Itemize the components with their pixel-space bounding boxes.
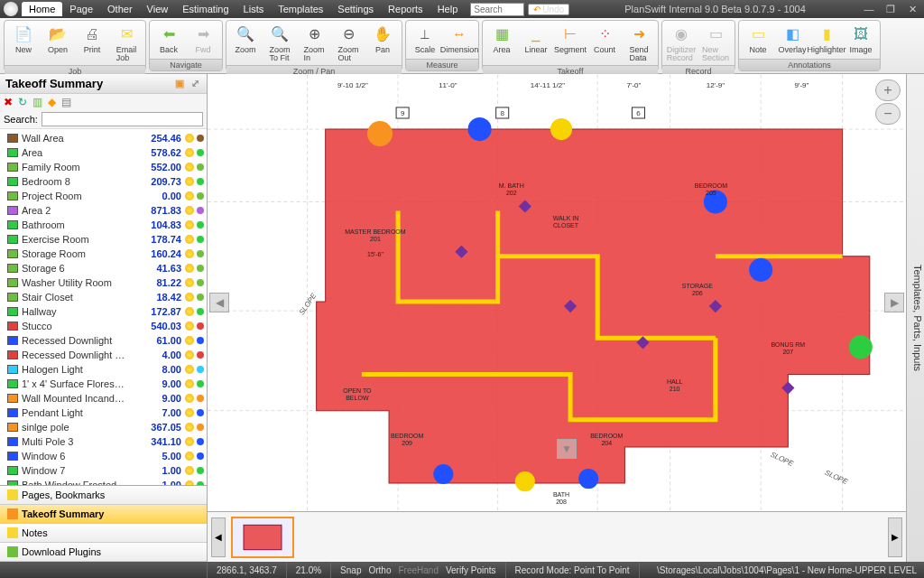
tab-notes[interactable]: Notes <box>0 524 207 543</box>
menu-settings[interactable]: Settings <box>330 2 381 16</box>
visibility-bulb-icon[interactable] <box>185 452 194 461</box>
visibility-bulb-icon[interactable] <box>185 379 194 388</box>
tab-takeoff[interactable]: Takeoff Summary <box>0 505 207 524</box>
open-button[interactable]: 📂Open <box>42 23 74 63</box>
tree-row[interactable]: 1' x 4' Surface Flores…9.00 <box>0 377 207 391</box>
undo-button[interactable]: Undo <box>528 4 569 15</box>
status-mode-verify points[interactable]: Verify Points <box>446 565 496 575</box>
panel-button[interactable]: ▣ <box>173 78 186 89</box>
visibility-bulb-icon[interactable] <box>185 437 194 446</box>
tree-row[interactable]: Multi Pole 3341.10 <box>0 434 207 449</box>
color-dot-icon[interactable] <box>197 178 204 185</box>
takeoff-tree[interactable]: Wall Area254.46Area578.62Family Room552.… <box>0 129 207 485</box>
segment-button[interactable]: ⊢Segment <box>554 23 587 63</box>
tree-row[interactable]: Hallway172.87 <box>0 304 207 319</box>
tree-row[interactable]: Family Room552.00 <box>0 160 207 174</box>
zoom-in-button[interactable]: ⊕ZoomIn <box>298 23 330 63</box>
visibility-bulb-icon[interactable] <box>185 191 194 200</box>
menu-search-input[interactable] <box>470 3 524 16</box>
color-dot-icon[interactable] <box>197 149 204 156</box>
color-dot-icon[interactable] <box>197 192 204 200</box>
visibility-bulb-icon[interactable] <box>185 322 194 331</box>
window-restore-icon[interactable]: ❐ <box>882 4 899 15</box>
tree-row[interactable]: Exercise Room178.74 <box>0 232 207 247</box>
color-dot-icon[interactable] <box>197 452 204 460</box>
visibility-bulb-icon[interactable] <box>185 249 194 258</box>
visibility-bulb-icon[interactable] <box>185 307 194 316</box>
props-icon[interactable]: ▤ <box>61 96 71 108</box>
pan-button[interactable]: ✋Pan <box>366 23 399 63</box>
visibility-bulb-icon[interactable] <box>185 408 194 417</box>
visibility-bulb-icon[interactable] <box>185 148 194 157</box>
color-dot-icon[interactable] <box>197 467 204 474</box>
image-button[interactable]: 🖼Image <box>845 23 877 57</box>
color-dot-icon[interactable] <box>197 337 204 344</box>
status-mode-snap[interactable]: Snap <box>340 565 361 575</box>
page-thumbnail[interactable] <box>231 517 294 558</box>
item-icon[interactable]: ◆ <box>48 96 56 108</box>
zoom-to-fit-button[interactable]: 🔍ZoomTo Fit <box>263 23 296 63</box>
tree-row[interactable]: Recessed Downlight61.00 <box>0 333 207 348</box>
zoom-button[interactable]: 🔍Zoom <box>229 23 262 63</box>
tree-row[interactable]: Bedroom 8209.73 <box>0 174 207 189</box>
menu-templates[interactable]: Templates <box>271 2 330 16</box>
new-button[interactable]: 📄New <box>7 23 40 63</box>
tree-row[interactable]: Pendant Light7.00 <box>0 406 207 420</box>
folder-icon[interactable]: ▥ <box>32 96 42 108</box>
drawing-canvas[interactable]: MASTER BEDROOM20115'-6" M. BATH202 WALK … <box>208 74 906 511</box>
color-dot-icon[interactable] <box>197 424 204 431</box>
status-mode-freehand[interactable]: FreeHand <box>398 565 438 575</box>
tree-row[interactable]: Halogen Light8.00 <box>0 362 207 377</box>
overlay-button[interactable]: ◧Overlay <box>776 23 808 57</box>
color-dot-icon[interactable] <box>197 395 204 402</box>
visibility-bulb-icon[interactable] <box>185 264 194 273</box>
color-dot-icon[interactable] <box>197 294 204 301</box>
color-dot-icon[interactable] <box>197 135 204 142</box>
color-dot-icon[interactable] <box>197 366 204 373</box>
tree-row[interactable]: sinlge pole367.05 <box>0 420 207 434</box>
print-button[interactable]: 🖨Print <box>76 23 108 63</box>
panel-button[interactable]: ⤢ <box>189 78 201 89</box>
menu-page[interactable]: Page <box>62 2 100 16</box>
tree-row[interactable]: Area578.62 <box>0 145 207 160</box>
note-button[interactable]: ▭Note <box>742 23 774 57</box>
color-dot-icon[interactable] <box>197 322 204 330</box>
zoom-out-button[interactable]: ⊖ZoomOut <box>332 23 365 63</box>
visibility-bulb-icon[interactable] <box>185 336 194 345</box>
menu-estimating[interactable]: Estimating <box>175 2 236 16</box>
thumb-next-button[interactable]: ▶ <box>888 517 902 557</box>
color-dot-icon[interactable] <box>197 250 204 257</box>
panel-search-input[interactable] <box>42 112 203 126</box>
canvas-zoom-out-button[interactable]: − <box>875 103 901 125</box>
window-minimize-icon[interactable]: — <box>861 4 877 15</box>
visibility-bulb-icon[interactable] <box>185 235 194 244</box>
color-dot-icon[interactable] <box>197 409 204 416</box>
delete-icon[interactable]: ✖ <box>4 96 13 108</box>
color-dot-icon[interactable] <box>197 438 204 445</box>
tree-row[interactable]: Bath Window Frosted1.00 <box>0 478 207 485</box>
color-dot-icon[interactable] <box>197 163 204 171</box>
visibility-bulb-icon[interactable] <box>185 466 194 475</box>
menu-other[interactable]: Other <box>100 2 140 16</box>
canvas-zoom-in-button[interactable]: + <box>875 79 901 101</box>
scale-button[interactable]: ⟂Scale <box>409 23 441 57</box>
color-dot-icon[interactable] <box>197 207 204 214</box>
color-dot-icon[interactable] <box>197 236 204 243</box>
count-button[interactable]: ⁘Count <box>588 23 621 63</box>
color-dot-icon[interactable] <box>197 380 204 387</box>
tree-row[interactable]: Stair Closet18.42 <box>0 290 207 304</box>
color-dot-icon[interactable] <box>197 265 204 272</box>
tree-row[interactable]: Storage 641.63 <box>0 261 207 275</box>
visibility-bulb-icon[interactable] <box>185 350 194 359</box>
menu-view[interactable]: View <box>140 2 176 16</box>
linear-button[interactable]: ⎯Linear <box>520 23 552 63</box>
menu-lists[interactable]: Lists <box>236 2 272 16</box>
color-dot-icon[interactable] <box>197 279 204 286</box>
dimension-button[interactable]: ↔Dimension <box>443 23 476 57</box>
tree-row[interactable]: Window 71.00 <box>0 463 207 478</box>
right-dock-tab[interactable]: Templates, Parts, Inputs <box>906 74 924 562</box>
tree-row[interactable]: Window 65.00 <box>0 449 207 463</box>
tree-row[interactable]: Project Room0.00 <box>0 189 207 203</box>
visibility-bulb-icon[interactable] <box>185 394 194 403</box>
highlighter-button[interactable]: ▮Highlighter <box>810 23 843 57</box>
